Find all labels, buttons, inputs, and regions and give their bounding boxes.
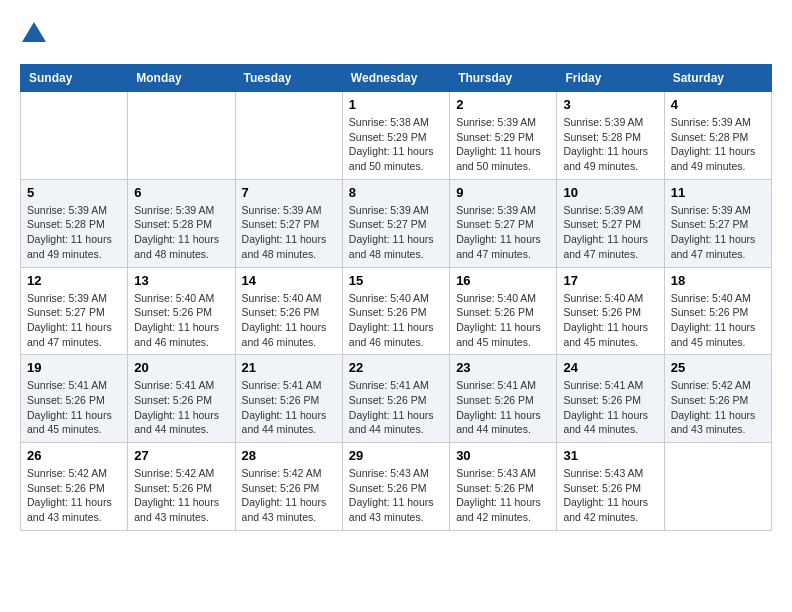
calendar-cell: 15Sunrise: 5:40 AM Sunset: 5:26 PM Dayli… <box>342 267 449 355</box>
day-info: Sunrise: 5:39 AM Sunset: 5:27 PM Dayligh… <box>671 203 765 262</box>
day-number: 7 <box>242 185 336 200</box>
calendar-week-row: 5Sunrise: 5:39 AM Sunset: 5:28 PM Daylig… <box>21 179 772 267</box>
day-info: Sunrise: 5:40 AM Sunset: 5:26 PM Dayligh… <box>134 291 228 350</box>
day-number: 10 <box>563 185 657 200</box>
day-info: Sunrise: 5:42 AM Sunset: 5:26 PM Dayligh… <box>242 466 336 525</box>
day-number: 27 <box>134 448 228 463</box>
day-info: Sunrise: 5:42 AM Sunset: 5:26 PM Dayligh… <box>671 378 765 437</box>
day-info: Sunrise: 5:41 AM Sunset: 5:26 PM Dayligh… <box>242 378 336 437</box>
calendar-week-row: 26Sunrise: 5:42 AM Sunset: 5:26 PM Dayli… <box>21 443 772 531</box>
day-number: 4 <box>671 97 765 112</box>
day-info: Sunrise: 5:39 AM Sunset: 5:27 PM Dayligh… <box>563 203 657 262</box>
day-number: 19 <box>27 360 121 375</box>
day-info: Sunrise: 5:41 AM Sunset: 5:26 PM Dayligh… <box>349 378 443 437</box>
calendar-cell <box>235 92 342 180</box>
day-number: 28 <box>242 448 336 463</box>
calendar-cell <box>664 443 771 531</box>
day-info: Sunrise: 5:43 AM Sunset: 5:26 PM Dayligh… <box>456 466 550 525</box>
weekday-header: Tuesday <box>235 65 342 92</box>
day-number: 15 <box>349 273 443 288</box>
svg-marker-0 <box>22 22 46 42</box>
calendar-week-row: 19Sunrise: 5:41 AM Sunset: 5:26 PM Dayli… <box>21 355 772 443</box>
day-number: 14 <box>242 273 336 288</box>
day-number: 24 <box>563 360 657 375</box>
calendar-cell: 1Sunrise: 5:38 AM Sunset: 5:29 PM Daylig… <box>342 92 449 180</box>
calendar-cell: 22Sunrise: 5:41 AM Sunset: 5:26 PM Dayli… <box>342 355 449 443</box>
day-number: 13 <box>134 273 228 288</box>
day-number: 3 <box>563 97 657 112</box>
day-number: 20 <box>134 360 228 375</box>
day-number: 11 <box>671 185 765 200</box>
calendar-cell: 18Sunrise: 5:40 AM Sunset: 5:26 PM Dayli… <box>664 267 771 355</box>
weekday-header: Saturday <box>664 65 771 92</box>
calendar-cell: 21Sunrise: 5:41 AM Sunset: 5:26 PM Dayli… <box>235 355 342 443</box>
day-number: 6 <box>134 185 228 200</box>
day-number: 18 <box>671 273 765 288</box>
calendar-cell: 23Sunrise: 5:41 AM Sunset: 5:26 PM Dayli… <box>450 355 557 443</box>
day-info: Sunrise: 5:40 AM Sunset: 5:26 PM Dayligh… <box>242 291 336 350</box>
day-info: Sunrise: 5:39 AM Sunset: 5:28 PM Dayligh… <box>134 203 228 262</box>
logo <box>20 20 52 48</box>
day-number: 12 <box>27 273 121 288</box>
day-info: Sunrise: 5:39 AM Sunset: 5:28 PM Dayligh… <box>563 115 657 174</box>
calendar-header-row: SundayMondayTuesdayWednesdayThursdayFrid… <box>21 65 772 92</box>
calendar-cell: 4Sunrise: 5:39 AM Sunset: 5:28 PM Daylig… <box>664 92 771 180</box>
calendar-cell: 2Sunrise: 5:39 AM Sunset: 5:29 PM Daylig… <box>450 92 557 180</box>
calendar-cell: 13Sunrise: 5:40 AM Sunset: 5:26 PM Dayli… <box>128 267 235 355</box>
day-info: Sunrise: 5:41 AM Sunset: 5:26 PM Dayligh… <box>134 378 228 437</box>
calendar-cell: 8Sunrise: 5:39 AM Sunset: 5:27 PM Daylig… <box>342 179 449 267</box>
calendar-cell: 30Sunrise: 5:43 AM Sunset: 5:26 PM Dayli… <box>450 443 557 531</box>
weekday-header: Friday <box>557 65 664 92</box>
calendar-cell: 24Sunrise: 5:41 AM Sunset: 5:26 PM Dayli… <box>557 355 664 443</box>
day-number: 1 <box>349 97 443 112</box>
weekday-header: Thursday <box>450 65 557 92</box>
day-number: 29 <box>349 448 443 463</box>
calendar-cell: 31Sunrise: 5:43 AM Sunset: 5:26 PM Dayli… <box>557 443 664 531</box>
weekday-header: Monday <box>128 65 235 92</box>
day-info: Sunrise: 5:41 AM Sunset: 5:26 PM Dayligh… <box>456 378 550 437</box>
calendar-week-row: 12Sunrise: 5:39 AM Sunset: 5:27 PM Dayli… <box>21 267 772 355</box>
day-number: 16 <box>456 273 550 288</box>
page-header <box>20 20 772 48</box>
day-number: 31 <box>563 448 657 463</box>
calendar-cell: 26Sunrise: 5:42 AM Sunset: 5:26 PM Dayli… <box>21 443 128 531</box>
weekday-header: Sunday <box>21 65 128 92</box>
calendar-cell: 29Sunrise: 5:43 AM Sunset: 5:26 PM Dayli… <box>342 443 449 531</box>
calendar-cell: 5Sunrise: 5:39 AM Sunset: 5:28 PM Daylig… <box>21 179 128 267</box>
day-info: Sunrise: 5:43 AM Sunset: 5:26 PM Dayligh… <box>349 466 443 525</box>
day-info: Sunrise: 5:39 AM Sunset: 5:29 PM Dayligh… <box>456 115 550 174</box>
day-info: Sunrise: 5:39 AM Sunset: 5:28 PM Dayligh… <box>671 115 765 174</box>
calendar-table: SundayMondayTuesdayWednesdayThursdayFrid… <box>20 64 772 531</box>
day-number: 9 <box>456 185 550 200</box>
calendar-cell: 14Sunrise: 5:40 AM Sunset: 5:26 PM Dayli… <box>235 267 342 355</box>
day-number: 21 <box>242 360 336 375</box>
day-info: Sunrise: 5:39 AM Sunset: 5:27 PM Dayligh… <box>456 203 550 262</box>
day-info: Sunrise: 5:42 AM Sunset: 5:26 PM Dayligh… <box>27 466 121 525</box>
day-info: Sunrise: 5:40 AM Sunset: 5:26 PM Dayligh… <box>563 291 657 350</box>
calendar-cell: 7Sunrise: 5:39 AM Sunset: 5:27 PM Daylig… <box>235 179 342 267</box>
day-info: Sunrise: 5:39 AM Sunset: 5:27 PM Dayligh… <box>242 203 336 262</box>
day-number: 2 <box>456 97 550 112</box>
calendar-cell: 17Sunrise: 5:40 AM Sunset: 5:26 PM Dayli… <box>557 267 664 355</box>
calendar-cell: 16Sunrise: 5:40 AM Sunset: 5:26 PM Dayli… <box>450 267 557 355</box>
calendar-cell: 11Sunrise: 5:39 AM Sunset: 5:27 PM Dayli… <box>664 179 771 267</box>
logo-icon <box>20 20 48 48</box>
calendar-cell: 27Sunrise: 5:42 AM Sunset: 5:26 PM Dayli… <box>128 443 235 531</box>
calendar-cell <box>128 92 235 180</box>
day-info: Sunrise: 5:41 AM Sunset: 5:26 PM Dayligh… <box>27 378 121 437</box>
day-info: Sunrise: 5:38 AM Sunset: 5:29 PM Dayligh… <box>349 115 443 174</box>
calendar-week-row: 1Sunrise: 5:38 AM Sunset: 5:29 PM Daylig… <box>21 92 772 180</box>
day-number: 17 <box>563 273 657 288</box>
calendar-cell <box>21 92 128 180</box>
day-number: 5 <box>27 185 121 200</box>
day-number: 23 <box>456 360 550 375</box>
day-info: Sunrise: 5:42 AM Sunset: 5:26 PM Dayligh… <box>134 466 228 525</box>
calendar-cell: 12Sunrise: 5:39 AM Sunset: 5:27 PM Dayli… <box>21 267 128 355</box>
day-number: 25 <box>671 360 765 375</box>
calendar-cell: 3Sunrise: 5:39 AM Sunset: 5:28 PM Daylig… <box>557 92 664 180</box>
calendar-cell: 9Sunrise: 5:39 AM Sunset: 5:27 PM Daylig… <box>450 179 557 267</box>
calendar-cell: 6Sunrise: 5:39 AM Sunset: 5:28 PM Daylig… <box>128 179 235 267</box>
weekday-header: Wednesday <box>342 65 449 92</box>
day-number: 26 <box>27 448 121 463</box>
day-info: Sunrise: 5:39 AM Sunset: 5:27 PM Dayligh… <box>349 203 443 262</box>
